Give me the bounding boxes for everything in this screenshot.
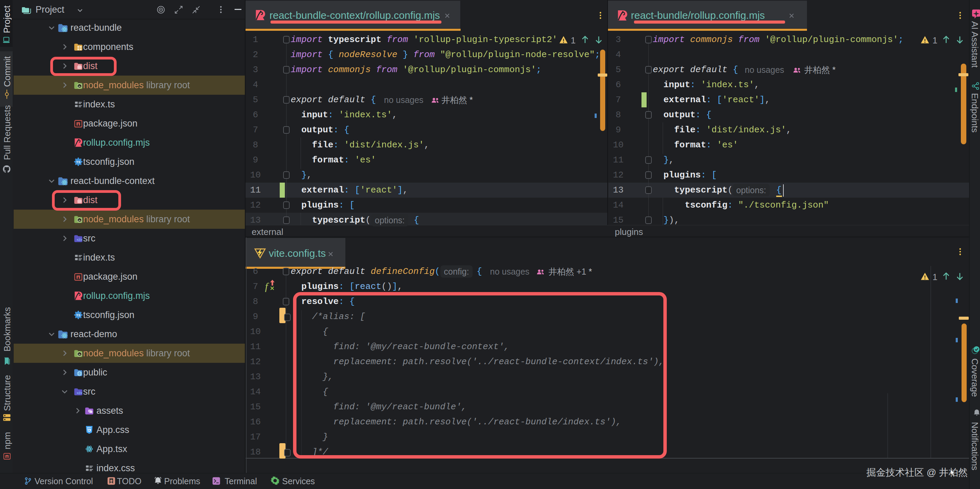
svg-text:</>: </> bbox=[76, 391, 83, 395]
svg-text:js: js bbox=[78, 219, 81, 222]
svg-text:js: js bbox=[78, 85, 81, 88]
svg-text:js: js bbox=[78, 353, 81, 356]
svg-text:</>: </> bbox=[76, 238, 83, 242]
